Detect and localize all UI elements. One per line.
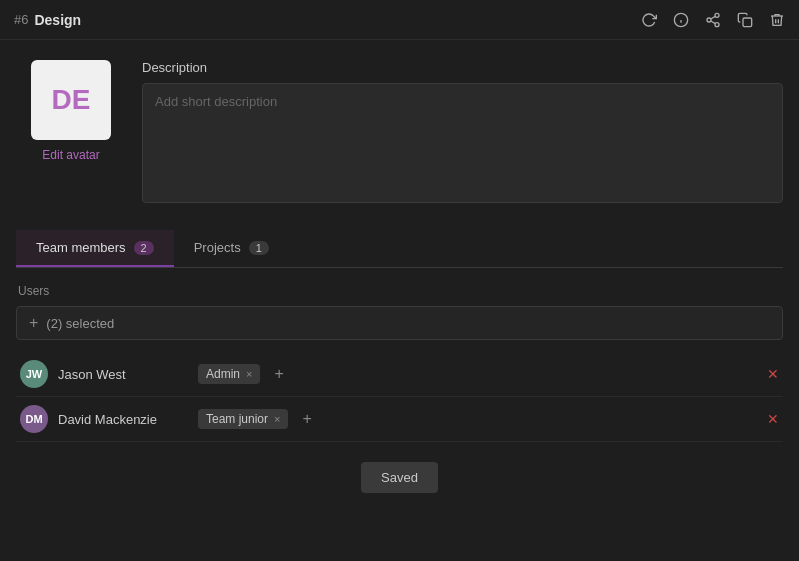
member-name: David Mackenzie (58, 412, 188, 427)
description-textarea[interactable] (142, 83, 783, 203)
header: #6 Design (0, 0, 799, 40)
avatar: DM (20, 405, 48, 433)
members-list: JW Jason West Admin × + ✕ DM David Macke… (16, 352, 783, 442)
role-label: Admin (206, 367, 240, 381)
header-title: Design (34, 12, 641, 28)
remove-role-icon[interactable]: × (274, 413, 280, 425)
add-role-icon[interactable]: + (274, 365, 283, 383)
copy-icon[interactable] (737, 12, 753, 28)
member-initials: JW (26, 368, 43, 380)
header-actions (641, 12, 785, 28)
svg-point-4 (707, 18, 711, 22)
svg-point-5 (715, 22, 719, 26)
header-number: #6 (14, 12, 28, 27)
saved-button[interactable]: Saved (361, 462, 438, 493)
avatar-section: DE Edit avatar (16, 60, 126, 206)
main-content: DE Edit avatar Description Team members … (0, 40, 799, 509)
remove-member-icon[interactable]: ✕ (767, 411, 779, 427)
users-section-label: Users (16, 284, 783, 298)
tab-projects-label: Projects (194, 240, 241, 255)
edit-avatar-button[interactable]: Edit avatar (42, 148, 99, 162)
selected-count-text: (2) selected (46, 316, 114, 331)
share-icon[interactable] (705, 12, 721, 28)
tab-team-members[interactable]: Team members 2 (16, 230, 174, 267)
avatar-box: DE (31, 60, 111, 140)
top-area: DE Edit avatar Description (16, 60, 783, 206)
tab-projects-badge: 1 (249, 241, 269, 255)
saved-button-wrap: Saved (16, 462, 783, 493)
tab-team-members-badge: 2 (134, 241, 154, 255)
table-row: JW Jason West Admin × + ✕ (16, 352, 783, 397)
add-users-row[interactable]: + (2) selected (16, 306, 783, 340)
role-badge: Admin × (198, 364, 260, 384)
add-role-icon[interactable]: + (302, 410, 311, 428)
tab-team-members-label: Team members (36, 240, 126, 255)
remove-role-icon[interactable]: × (246, 368, 252, 380)
table-row: DM David Mackenzie Team junior × + ✕ (16, 397, 783, 442)
svg-line-7 (711, 16, 716, 19)
description-section: Description (142, 60, 783, 206)
role-badge: Team junior × (198, 409, 288, 429)
avatar: JW (20, 360, 48, 388)
refresh-icon[interactable] (641, 12, 657, 28)
svg-rect-8 (743, 18, 752, 27)
tab-projects[interactable]: Projects 1 (174, 230, 289, 267)
description-label: Description (142, 60, 783, 75)
svg-line-6 (711, 21, 716, 24)
svg-point-3 (715, 13, 719, 17)
info-icon[interactable] (673, 12, 689, 28)
member-name: Jason West (58, 367, 188, 382)
role-label: Team junior (206, 412, 268, 426)
avatar-initials: DE (52, 84, 91, 116)
trash-icon[interactable] (769, 12, 785, 28)
remove-member-icon[interactable]: ✕ (767, 366, 779, 382)
member-initials: DM (25, 413, 42, 425)
add-users-plus-icon: + (29, 315, 38, 331)
tabs-bar: Team members 2 Projects 1 (16, 230, 783, 268)
